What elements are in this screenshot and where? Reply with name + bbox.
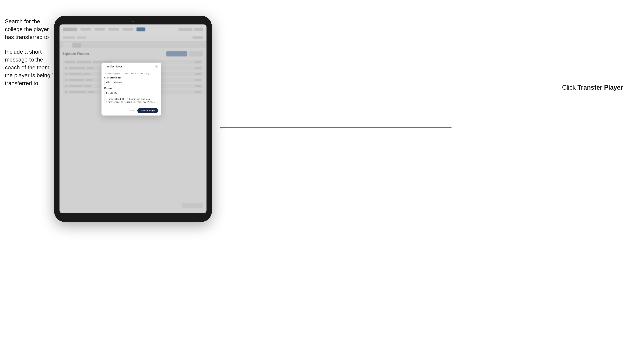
annotation-right: Click Transfer Player [562, 84, 623, 91]
modal-close-button[interactable]: × [155, 65, 158, 68]
ipad-device: Update Roster [54, 16, 212, 222]
transfer-player-button[interactable]: Transfer Player [138, 108, 158, 113]
annotation-right-bold: Transfer Player [578, 84, 623, 91]
modal-title: Transfer Player [104, 65, 122, 68]
modal-header: Transfer Player × [102, 63, 161, 70]
annotation-left: Search for the college the player has tr… [5, 17, 52, 94]
message-label: Message [104, 87, 158, 89]
modal-description: Transfer the player and their profile to… [104, 72, 158, 75]
annotation-right-prefix: Click [562, 84, 578, 91]
modal-body: Transfer the player and their profile to… [102, 70, 161, 106]
search-college-input[interactable] [104, 80, 158, 85]
ipad-screen: Update Roster [60, 24, 206, 213]
modal-overlay: Transfer Player × Transfer the player an… [60, 24, 206, 213]
svg-marker-4 [220, 127, 222, 129]
modal-footer: Cancel Transfer Player [102, 106, 161, 116]
message-textarea[interactable]: Hi Coach, I understand Chris Robertson h… [104, 90, 158, 103]
annotation-text-1: Search for the college the player has tr… [5, 17, 52, 41]
cancel-button[interactable]: Cancel [126, 109, 136, 113]
annotation-text-2: Include a short message to the coach of … [5, 48, 52, 87]
transfer-player-modal: Transfer Player × Transfer the player an… [102, 63, 161, 116]
search-college-label: Search for College [104, 77, 158, 79]
